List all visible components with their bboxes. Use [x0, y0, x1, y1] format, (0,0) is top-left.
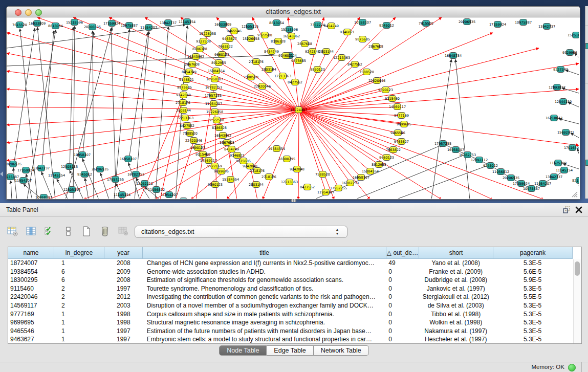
network-node[interactable]: 16033809: [33, 20, 41, 27]
network-node[interactable]: 12093832: [553, 84, 561, 91]
table-row[interactable]: 977716911998Corpus callosum shape and si…: [8, 310, 572, 319]
network-node[interactable]: 16033809: [219, 21, 227, 28]
network-node[interactable]: 17957255: [209, 92, 217, 99]
table-row[interactable]: 1872400712008Changes of HCN gene express…: [8, 259, 572, 268]
network-node[interactable]: 9660123: [383, 154, 390, 161]
network-node[interactable]: 2867608: [372, 43, 380, 50]
network-node[interactable]: 11056812: [153, 186, 160, 193]
network-node[interactable]: 2867608: [188, 61, 196, 68]
network-node[interactable]: 9890123: [211, 181, 219, 188]
network-node[interactable]: 7615520: [422, 20, 430, 27]
network-node[interactable]: 16958107: [211, 76, 219, 82]
show-columns-icon[interactable]: [25, 225, 38, 238]
network-node[interactable]: 9245012: [81, 171, 89, 178]
network-node[interactable]: 17957255: [439, 140, 447, 147]
network-node[interactable]: 8813054: [273, 19, 280, 26]
network-node[interactable]: 12213363: [286, 179, 293, 185]
network-node[interactable]: 16543962: [192, 53, 200, 60]
network-node[interactable]: 9875685: [295, 57, 302, 64]
network-node[interactable]: 15384554: [366, 168, 374, 174]
new-column-icon[interactable]: [80, 225, 93, 238]
network-node[interactable]: 17359924: [494, 21, 502, 28]
network-node[interactable]: 16782753: [132, 171, 140, 178]
float-panel-icon[interactable]: [562, 206, 571, 214]
network-node[interactable]: 8427552: [351, 61, 359, 68]
network-node[interactable]: 8427552: [303, 184, 311, 190]
network-node[interactable]: 15751074: [572, 32, 579, 38]
network-node[interactable]: 9699695: [400, 121, 408, 127]
network-node[interactable]: 9463627: [226, 35, 233, 42]
column-header-year[interactable]: year: [104, 247, 143, 259]
network-window[interactable]: citations_edges.txt 76155201603380988130…: [6, 6, 580, 200]
network-node[interactable]: 10958107: [78, 151, 86, 158]
network-node[interactable]: 20206535: [89, 24, 96, 30]
network-node[interactable]: 10975887: [125, 22, 133, 29]
network-node[interactable]: 11954207: [539, 180, 547, 187]
network-node[interactable]: 17016504: [569, 144, 576, 151]
network-node[interactable]: 9465546: [394, 129, 402, 136]
panel-collapse-arrow-icon[interactable]: [0, 171, 3, 177]
network-node[interactable]: 11145154: [118, 191, 126, 198]
network-node[interactable]: 16958107: [357, 174, 365, 181]
network-node[interactable]: 8454749: [185, 69, 193, 75]
network-node[interactable]: 9242848: [293, 166, 301, 172]
network-node[interactable]: 9115460: [388, 95, 396, 102]
network-node[interactable]: 11954207: [322, 189, 330, 195]
network-node[interactable]: 9890123: [382, 86, 389, 93]
network-node[interactable]: 2803144: [322, 48, 330, 55]
network-node[interactable]: 2718176: [252, 58, 260, 65]
network-node[interactable]: 11056812: [497, 168, 505, 175]
window-resize-grip[interactable]: [571, 190, 578, 198]
network-node[interactable]: 9463627: [398, 138, 405, 145]
network-node[interactable]: 15218596: [71, 19, 78, 26]
network-node[interactable]: 9115460: [199, 151, 207, 158]
network-node[interactable]: 8215358: [576, 177, 579, 184]
network-node[interactable]: 12444150: [559, 98, 567, 105]
split-pane-grip[interactable]: [291, 199, 296, 202]
network-node[interactable]: 9227343: [557, 66, 564, 73]
network-node[interactable]: 13942737: [164, 19, 172, 26]
network-node[interactable]: 9465546: [230, 28, 238, 34]
network-node[interactable]: 9327508: [261, 32, 269, 38]
network-node[interactable]: 16958107: [452, 146, 460, 153]
column-header-pagerank[interactable]: pagerank: [493, 247, 573, 259]
network-node[interactable]: 2718176: [179, 99, 187, 106]
network-node[interactable]: 8186328: [196, 46, 204, 52]
network-node[interactable]: 8813054: [52, 23, 59, 29]
network-node[interactable]: 26206535: [96, 166, 104, 172]
network-node[interactable]: 15226058: [204, 30, 211, 37]
table-source-combobox[interactable]: citations_edges.txt ▲▼: [135, 226, 347, 238]
network-node[interactable]: 2803144: [180, 107, 187, 114]
network-node[interactable]: 19384554: [273, 145, 280, 152]
network-node[interactable]: 9242848: [180, 92, 187, 98]
scrollbar-thumb[interactable]: [575, 261, 580, 276]
network-node[interactable]: 7588520: [247, 74, 255, 80]
network-node[interactable]: 17957255: [112, 176, 119, 183]
network-node[interactable]: 18300295: [283, 156, 291, 162]
network-node[interactable]: 7588520: [319, 171, 326, 178]
network-node[interactable]: 9245012: [383, 22, 390, 29]
network-node[interactable]: 9242848: [309, 48, 316, 55]
table-row[interactable]: 946362711997Embryonic stem cells: a mode…: [8, 335, 572, 344]
network-node[interactable]: 17957255: [335, 185, 342, 191]
network-node[interactable]: 16958107: [124, 156, 132, 162]
network-node[interactable]: 2867608: [301, 40, 309, 47]
network-node[interactable]: 11954207: [19, 177, 27, 184]
table-row[interactable]: 1830029562008Estimation of significance …: [8, 276, 572, 285]
network-node[interactable]: 16782753: [464, 151, 471, 158]
network-node[interactable]: 2867608: [223, 139, 231, 146]
network-node[interactable]: 16782753: [346, 180, 354, 186]
network-node[interactable]: 12092112: [475, 157, 483, 163]
network-node[interactable]: 9875685: [359, 36, 366, 42]
network-node[interactable]: 12505115: [68, 186, 76, 193]
network-node[interactable]: 20206535: [9, 161, 17, 167]
network-window-titlebar[interactable]: citations_edges.txt: [7, 7, 580, 17]
network-node[interactable]: 9890123: [194, 144, 202, 151]
network-node[interactable]: 9146821: [183, 76, 190, 83]
network-node[interactable]: 9699695: [217, 168, 225, 174]
network-node[interactable]: 10975887: [528, 185, 535, 192]
network-node[interactable]: 11954207: [145, 24, 153, 31]
table-row[interactable]: 969969511998Structural magnetic resonanc…: [8, 318, 572, 327]
network-node[interactable]: 12092112: [141, 180, 148, 187]
column-header-name[interactable]: name: [8, 247, 54, 259]
